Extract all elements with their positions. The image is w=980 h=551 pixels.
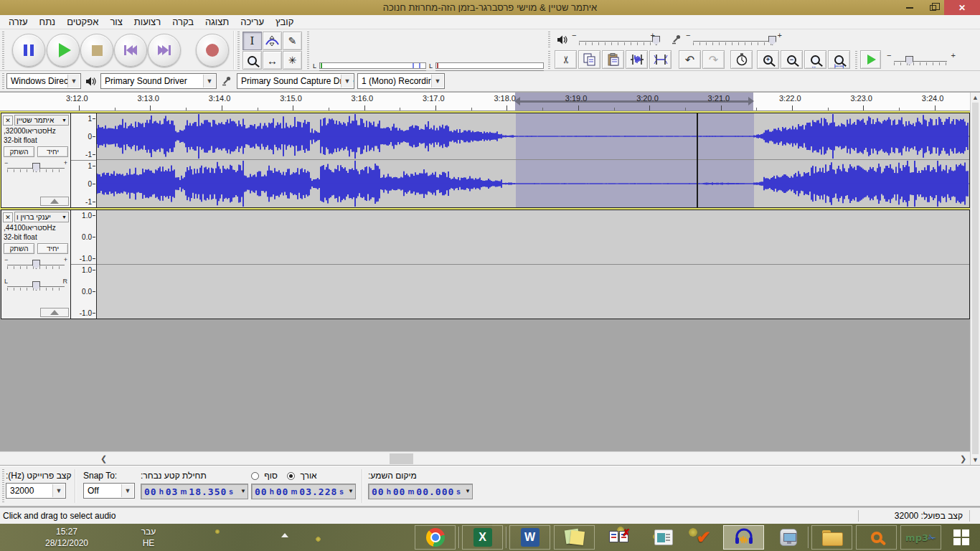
vertical-scrollbar[interactable]: ▲ ▼ bbox=[970, 93, 980, 465]
recording-channels-select[interactable]: 1 (Mono) Recordir▼ bbox=[357, 73, 445, 89]
spinner-icon[interactable]: ▼ bbox=[465, 488, 471, 494]
toolbar-grip[interactable] bbox=[548, 51, 550, 69]
clip-boundary-line[interactable] bbox=[697, 113, 698, 207]
menu-item-file[interactable]: קובץ bbox=[270, 15, 299, 29]
minimize-button[interactable] bbox=[898, 0, 921, 15]
track-name-menu[interactable]: יענקי ברוין ו▼ bbox=[14, 212, 69, 222]
taskbar-excel-button[interactable]: X bbox=[462, 525, 503, 550]
menu-item-help[interactable]: עזרה bbox=[3, 15, 34, 29]
copy-button[interactable] bbox=[578, 50, 600, 69]
fit-selection-button[interactable]: ↔ bbox=[804, 50, 826, 69]
input-volume-slider[interactable]: − + bbox=[686, 32, 782, 48]
playback-device-select[interactable]: Primary Sound Driver▼ bbox=[100, 73, 217, 89]
scroll-left-arrow-icon[interactable]: ❮ bbox=[98, 453, 110, 465]
zoom-in-button[interactable]: + bbox=[757, 50, 779, 69]
multi-tool-button[interactable]: ✳ bbox=[283, 51, 302, 70]
selection-start-timebox[interactable]: 00h03m18.350s▼ bbox=[141, 484, 248, 499]
gain-slider[interactable]: −+ bbox=[4, 159, 67, 175]
draw-tool-button[interactable]: ✎ bbox=[283, 32, 302, 50]
skip-to-end-button[interactable] bbox=[148, 34, 181, 67]
track-name-menu[interactable]: איתמר שטיין▼ bbox=[14, 115, 69, 126]
horizontal-scroll-thumb[interactable] bbox=[390, 453, 413, 464]
track-close-button[interactable]: ✕ bbox=[3, 116, 13, 126]
output-volume-slider[interactable]: − + bbox=[572, 32, 666, 48]
length-radio[interactable] bbox=[287, 472, 295, 480]
timeshift-tool-button[interactable]: ↔ bbox=[263, 51, 282, 70]
restore-button[interactable] bbox=[921, 0, 944, 15]
menu-item-generate[interactable]: צור bbox=[104, 15, 128, 29]
title-bar[interactable]: איתמר שטיין & מוישי פרסברגר-בזמן הזה-מחר… bbox=[0, 0, 980, 15]
toolbar-grip[interactable] bbox=[548, 32, 550, 49]
audio-host-select[interactable]: Windows DirectS▼ bbox=[6, 73, 81, 89]
cut-button[interactable]: ✂ bbox=[555, 50, 577, 69]
close-button[interactable]: ✕ bbox=[944, 0, 980, 15]
play-at-speed-button[interactable] bbox=[860, 50, 881, 69]
project-rate-select[interactable]: 32000▼ bbox=[6, 483, 66, 499]
fit-project-button[interactable]: ⊢⊣ bbox=[828, 50, 850, 69]
taskbar-documents-button[interactable]: ✗ bbox=[598, 525, 639, 550]
play-button[interactable] bbox=[47, 34, 80, 67]
skip-to-start-button[interactable] bbox=[114, 34, 147, 67]
taskbar-clock[interactable]: 15:27 28/12/2020 bbox=[34, 526, 99, 549]
pause-button[interactable] bbox=[12, 34, 45, 67]
spinner-icon[interactable]: ▼ bbox=[240, 488, 246, 494]
recording-device-select[interactable]: Primary Sound Capture Driver▼ bbox=[237, 73, 354, 89]
taskbar-sticky-notes-button[interactable] bbox=[554, 525, 595, 550]
selection-tool-button[interactable]: I bbox=[242, 32, 262, 50]
sync-lock-button[interactable] bbox=[730, 50, 753, 69]
menu-item-effects[interactable]: אפקטים bbox=[61, 15, 104, 29]
vertical-scroll-thumb[interactable] bbox=[972, 103, 979, 454]
undo-button[interactable]: ↶ bbox=[679, 50, 701, 69]
track-collapse-button[interactable] bbox=[40, 308, 69, 317]
envelope-tool-button[interactable] bbox=[263, 32, 282, 50]
toolbar-grip[interactable] bbox=[2, 73, 4, 89]
playback-speed-slider[interactable]: − + bbox=[887, 52, 956, 68]
zoom-tool-button[interactable] bbox=[242, 51, 262, 70]
zoom-out-button[interactable]: − bbox=[781, 50, 803, 69]
toolbar-grip[interactable] bbox=[237, 32, 240, 69]
trim-audio-button[interactable] bbox=[626, 50, 648, 69]
audio-position-timebox[interactable]: 00h00m00.000s▼ bbox=[368, 484, 473, 499]
scroll-right-arrow-icon[interactable]: ❯ bbox=[957, 453, 969, 465]
taskbar-audacity-button[interactable] bbox=[723, 525, 764, 550]
taskbar-explorer-button[interactable] bbox=[811, 525, 852, 550]
track-close-button[interactable]: ✕ bbox=[3, 212, 13, 222]
menu-item-edit[interactable]: עריכה bbox=[235, 15, 270, 29]
taskbar-chrome-button[interactable] bbox=[415, 525, 456, 550]
scroll-up-arrow-icon[interactable]: ▲ bbox=[971, 94, 980, 101]
redo-button[interactable]: ↷ bbox=[702, 50, 725, 69]
toolbar-grip[interactable] bbox=[307, 32, 309, 69]
taskbar-checker-button[interactable]: ✔ bbox=[683, 525, 724, 550]
horizontal-scrollbar[interactable]: ❮ ❯ bbox=[0, 451, 970, 465]
stop-button[interactable] bbox=[80, 34, 113, 67]
menu-item-tracks[interactable]: רצועות bbox=[128, 15, 166, 29]
paste-button[interactable] bbox=[602, 50, 624, 69]
pan-slider[interactable]: LR bbox=[4, 278, 67, 293]
taskbar-mp3-button[interactable]: mp3✁ bbox=[900, 525, 941, 550]
solo-button[interactable]: יחיד bbox=[37, 146, 68, 157]
spinner-icon[interactable]: ▼ bbox=[348, 488, 354, 494]
menu-item-transport[interactable]: בקרה bbox=[166, 15, 199, 29]
track-collapse-button[interactable] bbox=[40, 197, 69, 206]
timeline-ruler[interactable]: 3:12.03:13.03:14.03:15.03:16.03:17.03:18… bbox=[0, 93, 970, 111]
menu-item-view[interactable]: תצוגה bbox=[199, 15, 235, 29]
taskbar-viewer-button[interactable] bbox=[643, 525, 684, 550]
record-button[interactable] bbox=[196, 34, 229, 67]
taskbar-search-button[interactable] bbox=[856, 525, 897, 550]
scroll-down-arrow-icon[interactable]: ▼ bbox=[971, 456, 980, 463]
mute-button[interactable]: השתק bbox=[4, 243, 34, 254]
gain-slider[interactable]: −+ bbox=[4, 256, 67, 272]
show-hidden-icons-button[interactable] bbox=[281, 533, 288, 537]
selection-length-timebox[interactable]: 00h00m03.228s▼ bbox=[251, 484, 356, 499]
menu-item-analyze[interactable]: נתח bbox=[34, 15, 62, 29]
taskbar-format-factory-button[interactable] bbox=[768, 525, 809, 550]
mute-button[interactable]: השתק bbox=[4, 146, 34, 157]
snap-to-select[interactable]: Off▼ bbox=[83, 483, 135, 499]
end-radio[interactable] bbox=[251, 472, 259, 480]
language-indicator[interactable]: עבר HE bbox=[133, 526, 164, 549]
waveform-area-empty[interactable] bbox=[97, 210, 969, 319]
taskbar-word-button[interactable]: W bbox=[509, 525, 550, 550]
toolbar-grip[interactable] bbox=[855, 51, 857, 69]
start-button[interactable] bbox=[945, 525, 978, 550]
toolbar-grip[interactable] bbox=[2, 469, 4, 504]
